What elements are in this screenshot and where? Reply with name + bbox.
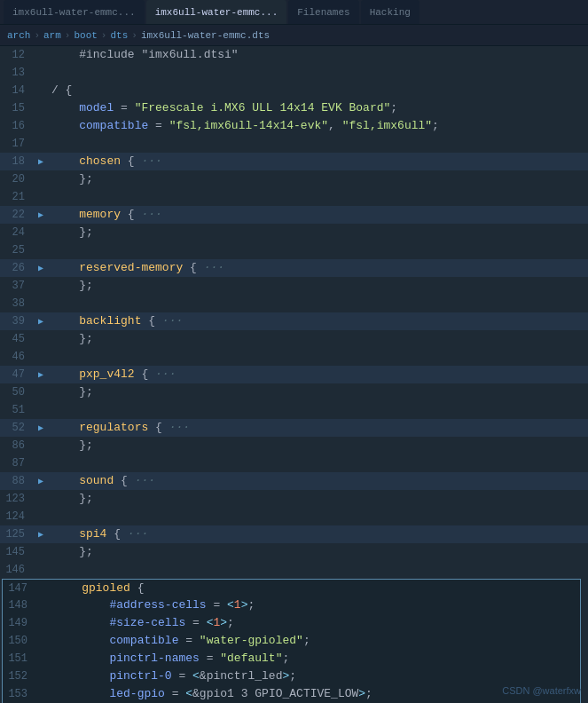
fold-arrow xyxy=(34,437,48,454)
line-number: 47 xyxy=(0,366,34,383)
code-line: 24 }; xyxy=(0,224,588,241)
code-line: 20 }; xyxy=(0,170,588,188)
fold-arrow xyxy=(34,188,48,206)
code-line: 12 #include "imx6ull.dtsi" xyxy=(0,46,588,64)
fold-arrow xyxy=(34,383,48,401)
line-number: 15 xyxy=(0,99,34,117)
code-content xyxy=(48,295,588,312)
fold-arrow[interactable]: ▶ xyxy=(34,259,48,277)
code-line: 18▶ chosen { ··· xyxy=(0,153,588,170)
code-content xyxy=(48,454,588,472)
fold-arrow[interactable]: ▶ xyxy=(34,153,48,170)
line-number: 46 xyxy=(0,348,34,366)
code-line: 39▶ backlight { ··· xyxy=(0,312,588,330)
fold-arrow xyxy=(36,685,51,703)
tab-3[interactable]: Filenames xyxy=(288,0,358,24)
line-number: 14 xyxy=(0,82,34,99)
line-number: 18 xyxy=(0,153,34,170)
line-number: 52 xyxy=(0,419,34,437)
code-content xyxy=(48,135,588,153)
code-content: model = "Freescale i.MX6 ULL 14x14 EVK B… xyxy=(48,99,588,117)
code-content: }; xyxy=(48,330,588,348)
line-number: 124 xyxy=(0,508,34,525)
code-content xyxy=(48,561,588,579)
fold-arrow xyxy=(34,295,48,312)
breadcrumb-boot[interactable]: boot xyxy=(74,30,97,41)
code-content: }; xyxy=(48,437,588,454)
code-line: 52▶ regulators { ··· xyxy=(0,419,588,437)
tab-2[interactable]: imx6ull-water-emmc... xyxy=(146,0,287,24)
breadcrumb-arch[interactable]: arch xyxy=(7,30,30,41)
fold-arrow[interactable]: ▶ xyxy=(34,472,48,490)
tab-3-label: Filenames xyxy=(297,7,349,18)
code-line: 153 led-gpio = <&gpio1 3 GPIO_ACTIVE_LOW… xyxy=(2,685,581,703)
code-line: 16 compatible = "fsl,imx6ull-14x14-evk",… xyxy=(0,117,588,135)
code-line: 146 xyxy=(0,561,588,579)
code-line: 125▶ spi4 { ··· xyxy=(0,525,588,543)
line-number: 88 xyxy=(0,472,34,490)
line-number: 12 xyxy=(0,46,34,64)
line-number: 26 xyxy=(0,259,34,277)
code-line: 22▶ memory { ··· xyxy=(0,206,588,224)
watermark: CSDN @waterfxw xyxy=(502,685,581,696)
breadcrumb: arch › arm › boot › dts › imx6ull-water-… xyxy=(0,25,588,46)
breadcrumb-arm[interactable]: arm xyxy=(43,30,61,41)
fold-arrow xyxy=(34,82,48,99)
code-line: 38 xyxy=(0,295,588,312)
code-line: 88▶ sound { ··· xyxy=(0,472,588,490)
line-number: 50 xyxy=(0,383,34,401)
line-number: 149 xyxy=(3,614,36,632)
fold-arrow xyxy=(34,277,48,295)
code-content: #address-cells = <1>; xyxy=(51,596,580,614)
tab-1[interactable]: imx6ull-water-emmc... xyxy=(4,0,145,24)
fold-arrow[interactable]: ▶ xyxy=(34,206,48,224)
tab-2-label: imx6ull-water-emmc... xyxy=(155,7,278,18)
code-line: 150 compatible = "water-gpioled"; xyxy=(2,632,581,650)
code-content xyxy=(48,401,588,419)
line-number: 146 xyxy=(0,561,34,579)
fold-arrow[interactable]: ▶ xyxy=(34,366,48,383)
code-content: }; xyxy=(48,224,588,241)
fold-arrow xyxy=(34,508,48,525)
code-line: 50 }; xyxy=(0,383,588,401)
line-number: 37 xyxy=(0,277,34,295)
code-content: #size-cells = <1>; xyxy=(51,614,580,632)
code-line: 46 xyxy=(0,348,588,366)
code-line: 86 }; xyxy=(0,437,588,454)
fold-arrow xyxy=(36,614,51,632)
code-line: 51 xyxy=(0,401,588,419)
tab-4-label: Hacking xyxy=(370,7,411,18)
line-number: 150 xyxy=(3,632,36,650)
line-number: 87 xyxy=(0,454,34,472)
code-content: backlight { ··· xyxy=(48,312,588,330)
code-content: chosen { ··· xyxy=(48,153,588,170)
code-content: }; xyxy=(48,490,588,508)
fold-arrow[interactable]: ▶ xyxy=(34,419,48,437)
line-number: 16 xyxy=(0,117,34,135)
fold-arrow[interactable]: ▶ xyxy=(34,525,48,543)
line-number: 22 xyxy=(0,206,34,224)
fold-arrow xyxy=(34,170,48,188)
code-line: 145 }; xyxy=(0,543,588,561)
code-line: 149 #size-cells = <1>; xyxy=(2,614,581,632)
line-number: 148 xyxy=(3,596,36,614)
tab-1-label: imx6ull-water-emmc... xyxy=(12,7,136,18)
code-content: spi4 { ··· xyxy=(48,525,588,543)
line-number: 123 xyxy=(0,490,34,508)
code-line: 21 xyxy=(0,188,588,206)
breadcrumb-dts[interactable]: dts xyxy=(110,30,128,41)
fold-arrow[interactable]: ▶ xyxy=(34,312,48,330)
fold-arrow xyxy=(34,490,48,508)
fold-arrow xyxy=(36,596,51,614)
fold-arrow xyxy=(36,650,51,667)
tab-4[interactable]: Hacking xyxy=(361,0,419,24)
code-content: pxp_v4l2 { ··· xyxy=(48,366,588,383)
fold-arrow xyxy=(34,64,48,82)
line-number: 17 xyxy=(0,135,34,153)
tab-bar: imx6ull-water-emmc... imx6ull-water-emmc… xyxy=(0,0,588,25)
breadcrumb-file: imx6ull-water-emmc.dts xyxy=(141,30,270,41)
code-content: pinctrl-0 = <&pinctrl_led>; xyxy=(51,667,580,685)
line-number: 25 xyxy=(0,241,34,259)
code-line: 13 xyxy=(0,64,588,82)
fold-arrow xyxy=(34,401,48,419)
